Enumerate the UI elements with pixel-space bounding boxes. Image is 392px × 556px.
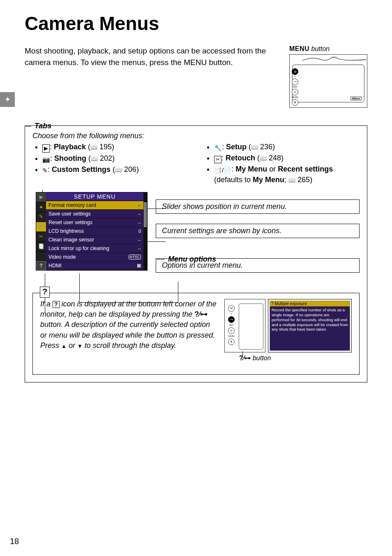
lcd-row: Clean image sensor-- [46,236,143,244]
help-button-glyph: ?⁄⊶ [239,354,251,361]
menu-button-figure: MENU button M ? ⊶ ISO ⊙ QUAL ⊕ N [289,45,367,108]
camera-iso-button-icon: ⊙ [292,89,298,95]
lcd-row: HDMI▦ [46,262,143,270]
menu-word: MENU [289,45,309,52]
help-q-icon: ? [53,301,60,308]
tabs-item: ▶: Playback (📖 195) [42,142,188,153]
page-number: 18 [10,537,19,546]
lcd-tab-icon: ✎ [36,212,46,222]
lcd-row: Video modeNTSC [46,253,143,262]
help-screen-body: Record the specified number of shots as … [270,306,350,350]
camera-help-button-icon: ⊶ [228,316,235,323]
lcd-tab-icon: 📑 [36,242,46,252]
book-icon: 📖 [90,144,97,151]
camera-menu-button-icon: M [228,305,235,312]
nikon-badge: Nikon [350,97,362,100]
lcd-tab-icon: ● [36,202,46,212]
help-screen-title: ? Multiple exposure [270,301,350,306]
lcd-row: LCD brightness0 [46,227,143,236]
camera-iso-button-icon: ⊙ [228,327,235,334]
callout-menu-options: Options in current menu. [156,258,360,273]
tabs-item: ✂: Retouch (📖 248) [214,153,360,163]
help-figure: M ? ⊶ ISO ⊙ QUAL ⊕ [224,299,352,367]
camera-menu-button-icon: M [292,68,298,75]
lcd-row: Format memory card-- [46,201,143,210]
book-icon: 📖 [260,155,267,162]
callout-slider: Slider shows position in current menu. [156,199,360,214]
tabs-item: 📑/📄: My Menu or Recent settings (default… [214,164,360,185]
book-icon: 📖 [288,177,295,183]
tabs-item: 📷: Shooting (📖 202) [42,153,188,164]
intro-paragraph: Most shooting, playback, and setup optio… [25,45,274,108]
lcd-header: SETUP MENU [46,192,143,201]
book-icon: 📖 [251,144,258,151]
lcd-row: Reset user settings-- [46,218,143,227]
lcd-scrollbar [143,192,147,270]
camera-help-button-icon: ⊶ [292,79,298,85]
camera-qual-button-icon: ⊕ [228,338,235,345]
up-arrow-icon [61,341,67,350]
book-icon: 📖 [91,155,98,162]
lcd-row: Save user settings-- [46,210,143,218]
help-paragraph: If a ? icon is displayed at the bottom l… [40,299,217,367]
lcd-tab-icon: 🔧 [36,222,46,232]
down-arrow-icon [77,341,83,350]
setup-menu-screenshot: ▶●✎🔧✂📑? SETUP MENU Format memory card--S… [36,192,148,271]
tabs-item: ✎: Custom Settings (📖 206) [42,164,188,175]
help-icon-heading: ? [40,287,50,298]
page-title: Camera Menus [25,12,367,35]
tabs-item: 🔧: Setup (📖 236) [214,142,360,152]
tabs-frame: Choose from the following menus: ▶: Play… [25,125,367,382]
lcd-tab-icon: ▶ [36,192,46,202]
tabs-choose-line: Choose from the following menus: [32,132,360,140]
book-icon: 📖 [115,167,122,173]
lcd-tab-icon: ✂ [36,232,46,242]
lcd-help-tab-icon: ? [36,261,46,270]
lcd-row: Lock mirror up for cleaning-- [46,244,143,253]
camera-qual-button-icon: ⊕ [292,99,298,106]
callout-icons: Current settings are shown by icons. [156,224,360,238]
